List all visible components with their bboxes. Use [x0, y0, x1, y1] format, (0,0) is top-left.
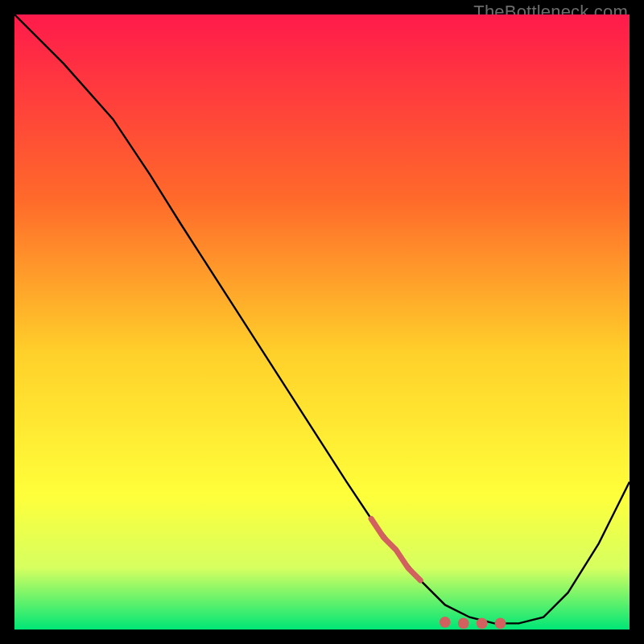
- highlight-dot: [495, 617, 506, 629]
- chart-frame: TheBottleneck.com: [0, 0, 644, 644]
- plot-background: [14, 14, 630, 630]
- highlight-dot: [440, 617, 451, 628]
- bottleneck-plot: [14, 14, 630, 630]
- highlight-dot: [458, 617, 469, 629]
- highlight-dot: [477, 617, 488, 629]
